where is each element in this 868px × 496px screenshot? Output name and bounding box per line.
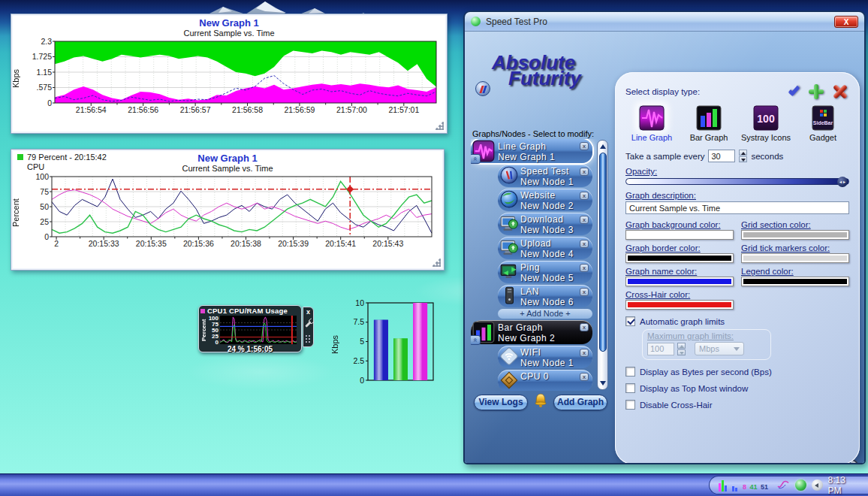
add-icon[interactable]: [809, 84, 824, 99]
view-logs-button[interactable]: View Logs: [474, 395, 528, 410]
display-type-line-graph[interactable]: Line Graph: [627, 105, 677, 142]
node-item-upload[interactable]: UploadNew Node 4x: [498, 237, 592, 259]
svg-text:0: 0: [44, 232, 49, 241]
remove-button[interactable]: x: [580, 216, 589, 224]
remove-button[interactable]: x: [580, 264, 589, 272]
color-swatch[interactable]: [741, 230, 849, 240]
svg-text:21:56:57: 21:56:57: [180, 105, 211, 114]
resize-grip[interactable]: [432, 259, 441, 267]
settings-panel: Select display type: Line GraphBar Graph…: [615, 72, 860, 464]
gadget-status: 24 % 1:56:05: [200, 345, 300, 353]
opacity-slider-handle[interactable]: ◄►: [837, 177, 848, 187]
remove-button[interactable]: x: [580, 349, 589, 357]
resize-grip[interactable]: [436, 122, 444, 130]
remove-button[interactable]: x: [580, 373, 589, 381]
remove-button[interactable]: x: [580, 240, 589, 248]
color-swatch[interactable]: [625, 230, 734, 240]
add-graph-button[interactable]: Add Graph: [553, 395, 607, 410]
svg-text:21:56:54: 21:56:54: [76, 105, 107, 114]
mini-graph-tray-icon[interactable]: [732, 479, 737, 491]
add-node-button[interactable]: + Add Node +: [498, 309, 592, 319]
color-swatch[interactable]: [741, 277, 849, 286]
swirl-tray-icon[interactable]: [776, 478, 790, 493]
remove-button[interactable]: x: [580, 323, 589, 331]
display-type-gadget[interactable]: SideBarGadget: [798, 105, 848, 142]
logo-line2: Futurity: [508, 67, 610, 90]
color-field: Cross-Hair color:: [625, 290, 734, 310]
remove-button[interactable]: x: [580, 192, 589, 200]
node-item-website[interactable]: WebsiteNew Node 2x: [498, 189, 592, 211]
gadget-close-button[interactable]: x: [306, 309, 310, 316]
svg-text:20:15:39: 20:15:39: [278, 239, 309, 248]
close-button[interactable]: X: [834, 16, 858, 28]
graph-description-input[interactable]: [625, 201, 849, 214]
checkbox[interactable]: [625, 383, 635, 393]
legend-series-name: CPU: [27, 162, 107, 171]
globe-icon: [499, 189, 519, 209]
spinner-down-button[interactable]: [739, 156, 747, 162]
opacity-slider[interactable]: ◄►: [625, 178, 849, 185]
node-type-label: Bar Graph: [498, 322, 589, 333]
scroll-up-button[interactable]: [598, 142, 607, 151]
confirm-icon[interactable]: [788, 84, 800, 97]
color-field-label: Graph name color:: [625, 267, 734, 276]
color-swatch[interactable]: [741, 253, 849, 263]
gadget-title: CPU1 CPU/RAM Usage: [200, 307, 300, 315]
tray-number[interactable]: 51: [761, 483, 768, 491]
spinner-up-button[interactable]: [739, 150, 747, 156]
bell-icon[interactable]: [532, 392, 549, 410]
clock: 8:13 PM: [828, 475, 860, 496]
color-field-label: Legend color:: [741, 267, 849, 276]
volume-icon[interactable]: [812, 479, 823, 491]
collapse-chevron-button[interactable]: «: [471, 154, 481, 164]
svg-text:21:56:59: 21:56:59: [285, 105, 315, 114]
collapse-chevron-button[interactable]: «: [471, 335, 481, 345]
y-axis-label: Kbps: [11, 38, 23, 118]
gadget-grip[interactable]: [305, 334, 312, 343]
sample-interval-input[interactable]: [708, 150, 735, 162]
color-swatch[interactable]: [625, 300, 734, 310]
node-item-ping[interactable]: PingNew Node 5x: [498, 261, 592, 283]
node-name-label: New Graph 2: [498, 333, 589, 343]
checkbox[interactable]: [625, 400, 635, 410]
nodes-header: Graphs/Nodes - Select to modify:: [472, 129, 594, 138]
tray-number[interactable]: 41: [749, 483, 757, 491]
color-swatch[interactable]: [625, 277, 734, 286]
tray-number[interactable]: 8: [743, 483, 746, 491]
node-item-cpu-0[interactable]: CPU 0x: [498, 370, 592, 391]
node-item-wifi[interactable]: WIFINew Node 1x: [498, 346, 592, 368]
y-axis-label: Kbps: [330, 299, 342, 389]
orb-tray-icon[interactable]: [795, 479, 806, 491]
scroll-thumb[interactable]: [599, 153, 607, 352]
sample-label-after: seconds: [751, 152, 783, 161]
node-item-download[interactable]: DownloadNew Node 3x: [498, 213, 592, 235]
graph-tray-icon[interactable]: [719, 479, 727, 491]
remove-button[interactable]: x: [580, 142, 589, 150]
select-display-type-label: Select display type:: [625, 87, 700, 96]
node-item-lan[interactable]: LANNew Node 6x: [498, 285, 592, 307]
gadget-settings-button[interactable]: [307, 317, 309, 331]
node-item-bar-graph[interactable]: Bar GraphNew Graph 2x«: [471, 320, 592, 344]
node-name-label: New Node 5: [520, 273, 589, 283]
color-field: Grid tick markers color:: [741, 243, 849, 263]
remove-button[interactable]: x: [580, 168, 589, 176]
taskbar: 8 41 51 8:13 PM: [0, 473, 868, 496]
scrollbar[interactable]: [597, 140, 608, 390]
node-item-speed-test[interactable]: Speed TestNew Node 1x: [498, 165, 592, 187]
node-name-label: New Node 4: [520, 249, 589, 259]
checkbox[interactable]: [625, 316, 635, 326]
checkbox[interactable]: [625, 367, 635, 377]
bar-chart: 107.552.50: [342, 299, 437, 386]
display-type-bar-graph[interactable]: Bar Graph: [684, 105, 734, 142]
line-chart: 1007550250220:15:3320:15:3520:15:3620:15…: [23, 174, 441, 252]
display-type-systray-icons[interactable]: 100Systray Icons: [741, 105, 791, 142]
node-name-label: New Graph 1: [498, 152, 589, 162]
scroll-down-button[interactable]: [598, 379, 607, 388]
cancel-icon[interactable]: [833, 84, 848, 99]
remove-button[interactable]: x: [580, 288, 589, 296]
server-tower-icon: [499, 286, 519, 305]
node-item-line-graph[interactable]: Line GraphNew Graph 1x«: [471, 139, 592, 163]
logo-ball-icon: [475, 81, 490, 96]
color-swatch[interactable]: [625, 253, 734, 263]
svg-text:0: 0: [47, 98, 52, 107]
